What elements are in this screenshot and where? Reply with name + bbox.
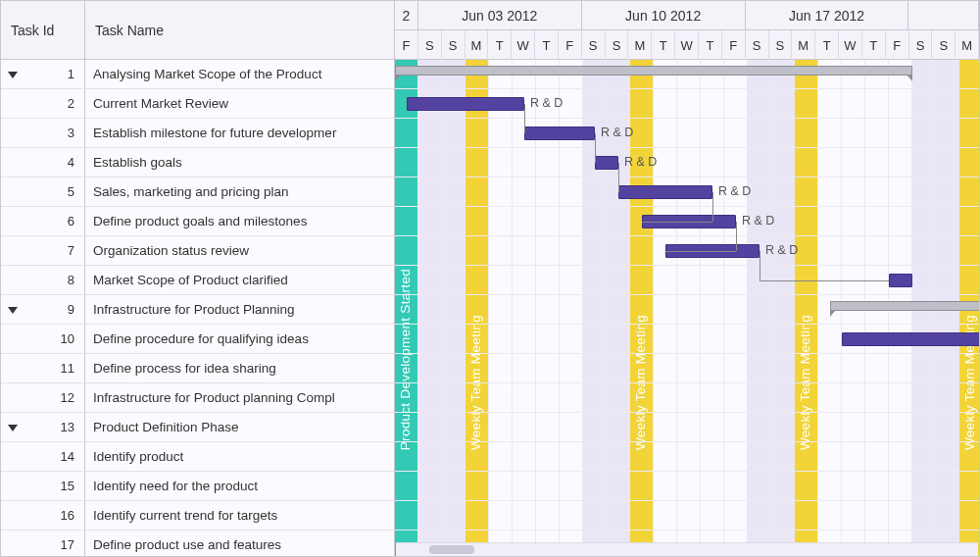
column-header-task-name[interactable]: Task Name: [85, 1, 394, 59]
task-id-text: 12: [61, 390, 74, 405]
timeline-day-cell[interactable]: S: [932, 30, 956, 60]
task-row[interactable]: 10Define procedure for qualifying ideas: [1, 325, 394, 354]
scrollbar-thumb[interactable]: [429, 545, 474, 554]
task-row[interactable]: 12Infrastructure for Product planning Co…: [1, 383, 394, 413]
summary-bar[interactable]: [395, 66, 912, 76]
task-name-cell: Define process for idea sharing: [85, 361, 394, 376]
task-name-cell: Establish milestone for future developme…: [85, 126, 394, 140]
timeline-week-cell[interactable]: Jun 10 2012: [582, 1, 746, 29]
timeline-day-cell[interactable]: S: [746, 30, 769, 60]
task-bar[interactable]: [407, 97, 524, 111]
timeline-week-cell[interactable]: Jun 17 2012: [746, 1, 909, 29]
task-id-cell: 15: [1, 472, 85, 500]
task-row[interactable]: 5Sales, marketing and pricing plan: [1, 177, 394, 207]
task-row[interactable]: 6Define product goals and milestones: [1, 207, 394, 236]
task-grid: Task Id Task Name 1Analysing Market Scop…: [1, 1, 395, 556]
dependency-line: [524, 104, 525, 133]
task-id-text: 16: [61, 508, 74, 523]
chart-body[interactable]: Product Development StartedWeekly Team M…: [395, 60, 979, 556]
task-row[interactable]: 1Analysing Market Scope of the Product: [1, 60, 394, 89]
task-row[interactable]: 9Infrastructure for Product Planning: [1, 295, 394, 325]
timeline-day-cell[interactable]: T: [535, 30, 559, 60]
chart-row: [395, 442, 979, 472]
task-id-cell: 9: [1, 295, 85, 324]
timeline-day-cell[interactable]: F: [886, 30, 909, 60]
task-id-cell: 8: [1, 266, 85, 294]
timeline-day-cell[interactable]: S: [442, 30, 466, 60]
task-row[interactable]: 4Establish goals: [1, 148, 394, 177]
timeline-day-cell[interactable]: T: [652, 30, 675, 60]
task-row[interactable]: 8Market Scope of Product clarified: [1, 266, 394, 295]
task-id-cell: 11: [1, 354, 85, 382]
dependency-line: [618, 163, 619, 192]
summary-bar[interactable]: [830, 301, 979, 311]
task-row[interactable]: 16Identify current trend for targets: [1, 501, 394, 531]
task-bar-label: R & D: [742, 214, 774, 228]
task-bar-label: R & D: [601, 126, 633, 139]
task-name-cell: Current Market Review: [85, 96, 394, 111]
timeline-day-cell[interactable]: F: [722, 30, 746, 60]
timeline-day-cell[interactable]: W: [675, 30, 699, 60]
task-row[interactable]: 14Identify product: [1, 442, 394, 472]
dependency-line: [760, 251, 760, 280]
horizontal-scrollbar[interactable]: [396, 542, 978, 556]
timeline-day-cell[interactable]: F: [559, 30, 582, 60]
chart-row: [395, 472, 979, 501]
timeline-day-row: FSSMTWTFSSMTWTFSSMTWTFSSM: [395, 30, 979, 60]
timeline-day-cell[interactable]: S: [418, 30, 442, 60]
task-name-cell: Sales, marketing and pricing plan: [85, 184, 394, 199]
task-id-text: 3: [68, 126, 74, 140]
task-bar[interactable]: [618, 185, 712, 199]
task-name-cell: Identify product: [85, 449, 394, 464]
task-bar[interactable]: [889, 274, 912, 287]
timeline-day-cell[interactable]: T: [815, 30, 839, 60]
column-header-task-id[interactable]: Task Id: [1, 1, 85, 59]
timeline-day-cell[interactable]: W: [512, 30, 535, 60]
timeline-day-cell[interactable]: M: [956, 30, 979, 60]
task-id-text: 13: [61, 420, 74, 434]
dependency-line: [760, 280, 889, 281]
timeline-day-cell[interactable]: W: [839, 30, 862, 60]
timeline-day-cell[interactable]: M: [628, 30, 652, 60]
chart-panel[interactable]: 2Jun 03 2012Jun 10 2012Jun 17 2012 FSSMT…: [395, 1, 979, 556]
expand-collapse-icon[interactable]: [7, 305, 19, 315]
task-name-cell: Define product goals and milestones: [85, 214, 394, 228]
task-id-cell: 5: [1, 177, 85, 206]
task-name-cell: Establish goals: [85, 155, 394, 170]
chart-row: [395, 119, 979, 148]
task-row[interactable]: 3Establish milestone for future developm…: [1, 119, 394, 148]
timeline-day-cell[interactable]: S: [606, 30, 629, 60]
timeline-day-cell[interactable]: M: [792, 30, 815, 60]
task-row[interactable]: 11Define process for idea sharing: [1, 354, 394, 383]
task-bar[interactable]: [595, 156, 618, 170]
task-bar[interactable]: [842, 332, 979, 346]
task-bar[interactable]: [524, 127, 595, 140]
task-row[interactable]: 15Identify need for the product: [1, 472, 394, 501]
task-bar-label: R & D: [530, 96, 563, 110]
timeline-week-cell[interactable]: [908, 1, 979, 29]
timeline-day-cell[interactable]: M: [466, 30, 489, 60]
timeline-day-cell[interactable]: T: [699, 30, 722, 60]
task-name-cell: Define procedure for qualifying ideas: [85, 331, 394, 346]
timeline-day-cell[interactable]: T: [488, 30, 512, 60]
timeline-day-cell[interactable]: T: [862, 30, 886, 60]
task-name-cell: Infrastructure for Product planning Comp…: [85, 390, 394, 405]
timeline-day-cell[interactable]: S: [769, 30, 793, 60]
task-row[interactable]: 2Current Market Review: [1, 89, 394, 119]
timeline-week-cell[interactable]: Jun 03 2012: [418, 1, 582, 29]
expand-collapse-icon[interactable]: [7, 70, 19, 79]
chart-row: [395, 413, 979, 442]
expand-collapse-icon[interactable]: [7, 423, 19, 432]
task-row[interactable]: 13Product Definition Phase: [1, 413, 394, 442]
timeline-week-cell[interactable]: 2: [395, 1, 418, 29]
task-name-cell: Analysing Market Scope of the Product: [85, 67, 394, 81]
task-name-cell: Product Definition Phase: [85, 420, 394, 434]
dependency-line: [736, 222, 737, 251]
task-row[interactable]: 7Organization status review: [1, 236, 394, 266]
timeline-day-cell[interactable]: S: [909, 30, 933, 60]
task-row[interactable]: 17Define product use and features: [1, 531, 394, 556]
task-id-cell: 1: [1, 60, 85, 88]
timeline-day-cell[interactable]: S: [582, 30, 606, 60]
timeline-day-cell[interactable]: F: [395, 30, 418, 60]
task-id-cell: 7: [1, 236, 85, 265]
